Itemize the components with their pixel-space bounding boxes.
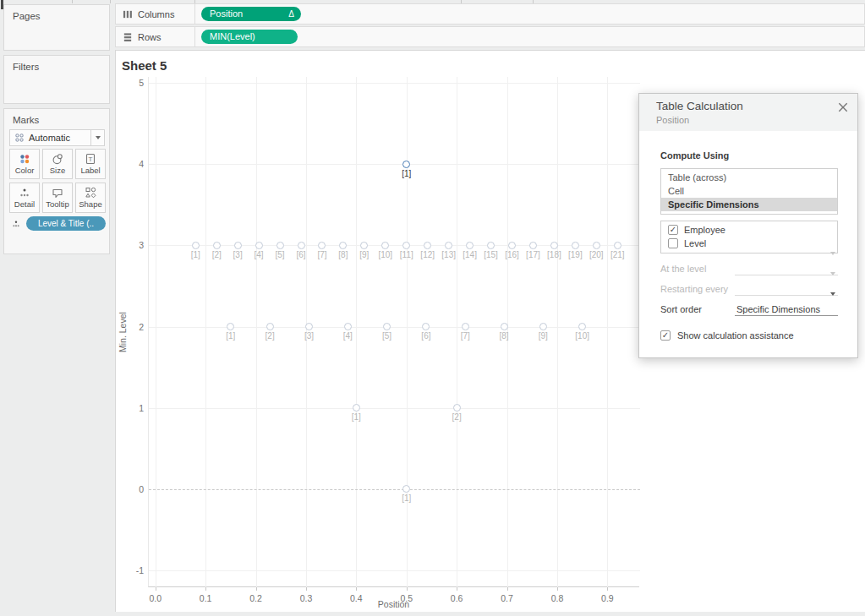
columns-shelf[interactable]: Columns Position Δ (115, 3, 865, 25)
min-level-pill[interactable]: MIN(Level) (201, 30, 298, 44)
mark-circle[interactable] (462, 323, 469, 330)
mark-circle[interactable] (539, 323, 547, 330)
x-tick-mark (256, 587, 257, 591)
mark-circle[interactable] (402, 242, 410, 249)
gridline-vertical (156, 77, 156, 587)
label-icon: T (84, 153, 97, 165)
sort-order-value: Specific Dimensions (735, 304, 820, 314)
mark-circle[interactable] (255, 242, 263, 249)
restarting-every-field: Restarting every (660, 281, 838, 297)
shape-button-label: Shape (79, 199, 101, 209)
assistance-row: Show calculation assistance (660, 330, 794, 341)
tooltip-button[interactable]: Tooltip (42, 183, 73, 213)
pages-label: Pages (4, 5, 109, 21)
svg-text:T: T (89, 155, 93, 163)
y-tick-label: 4 (126, 159, 144, 169)
color-icon (18, 153, 31, 165)
mark-circle[interactable] (305, 323, 313, 330)
label-button[interactable]: T Label (75, 149, 106, 179)
mark-circle[interactable] (402, 161, 410, 168)
mark-circle[interactable] (445, 242, 452, 249)
rows-shelf[interactable]: Rows MIN(Level) (115, 26, 865, 47)
specific-dimensions-listbox: EmployeeLevel (660, 221, 838, 253)
mark-circle[interactable] (266, 323, 274, 330)
size-button[interactable]: Size (42, 149, 73, 179)
gridline-horizontal (149, 408, 640, 409)
mark-circle[interactable] (318, 242, 326, 249)
compute-using-label: Compute Using (660, 150, 729, 161)
shape-button[interactable]: Shape (75, 183, 106, 213)
dimension-label: Employee (684, 225, 725, 235)
y-tick-label: 1 (126, 403, 144, 413)
table-calc-delta-icon[interactable]: Δ (288, 9, 294, 19)
rows-shelf-head: Rows (116, 27, 195, 46)
position-pill[interactable]: Position Δ (201, 7, 301, 21)
compute-option[interactable]: Specific Dimensions (661, 198, 837, 211)
color-button[interactable]: Color (9, 149, 40, 179)
scatter-plot-pane[interactable]: 0.00.10.20.30.40.50.60.70.80.9543210-1[1… (148, 77, 639, 587)
mark-circle[interactable] (353, 404, 360, 412)
mark-type-dropdown[interactable]: Automatic (9, 129, 105, 146)
mark-circle[interactable] (402, 485, 410, 493)
at-the-level-dropdown[interactable] (735, 260, 838, 275)
mark-label: [10] (570, 331, 595, 341)
detail-button[interactable]: Detail (9, 183, 40, 213)
dimension-row: Level (661, 237, 837, 250)
mark-circle[interactable] (213, 242, 221, 249)
mark-circle[interactable] (339, 242, 347, 249)
tooltip-icon (51, 187, 64, 199)
dimension-checkbox[interactable] (668, 238, 678, 248)
columns-icon (123, 9, 133, 19)
mark-circle[interactable] (424, 242, 431, 249)
sort-order-dropdown[interactable]: Specific Dimensions (735, 301, 838, 316)
x-tick-mark (156, 587, 156, 591)
x-tick-mark (306, 587, 307, 591)
close-icon[interactable] (837, 101, 849, 113)
mark-circle[interactable] (508, 242, 516, 249)
mark-label: [6] (413, 331, 439, 341)
mark-circle[interactable] (572, 242, 579, 249)
mark-circle[interactable] (466, 242, 474, 249)
mark-circle[interactable] (501, 323, 508, 330)
compute-option[interactable]: Table (across) (661, 171, 837, 184)
mark-circle[interactable] (422, 323, 430, 330)
mark-circle[interactable] (234, 242, 242, 249)
mark-circle[interactable] (344, 323, 352, 330)
mark-label: [2] (444, 412, 469, 422)
chevron-down-icon (830, 275, 835, 291)
restarting-every-dropdown[interactable] (735, 281, 838, 296)
mark-circle[interactable] (487, 242, 495, 249)
sort-order-field: Sort order Specific Dimensions (660, 301, 838, 318)
mark-label: [9] (530, 331, 556, 341)
gridline-horizontal (149, 83, 640, 84)
show-calculation-assistance-checkbox[interactable] (660, 330, 671, 341)
filters-shelf[interactable]: Filters (3, 55, 110, 104)
mark-circle[interactable] (276, 242, 284, 249)
tableau-window: Pages Filters Marks Automatic Color (0, 0, 865, 616)
level-title-pill[interactable]: Level & Title (.. (26, 216, 106, 231)
mark-circle[interactable] (550, 242, 558, 249)
mark-circle[interactable] (529, 242, 537, 249)
gridline-vertical (557, 77, 558, 587)
mark-circle[interactable] (192, 242, 200, 249)
mark-circle[interactable] (593, 242, 600, 249)
pages-shelf[interactable]: Pages (3, 4, 110, 51)
mark-type-icon (14, 133, 25, 143)
dimension-checkbox[interactable] (668, 225, 678, 235)
detail-button-label: Detail (14, 199, 35, 209)
mark-circle[interactable] (453, 404, 461, 412)
mark-circle[interactable] (227, 323, 234, 330)
mark-label: [2] (257, 331, 282, 341)
mark-circle[interactable] (381, 242, 389, 249)
mark-circle[interactable] (578, 323, 586, 330)
mark-type-caret[interactable] (90, 130, 104, 145)
mark-circle[interactable] (360, 242, 368, 249)
at-the-level-field: At the level (660, 260, 838, 277)
mark-label: [3] (297, 331, 322, 341)
mark-circle[interactable] (614, 242, 621, 249)
y-axis-title: Min. Level (118, 77, 129, 587)
mark-label: [1] (394, 493, 419, 503)
mark-circle[interactable] (383, 323, 391, 330)
mark-circle[interactable] (298, 242, 305, 249)
compute-option[interactable]: Cell (661, 184, 837, 198)
